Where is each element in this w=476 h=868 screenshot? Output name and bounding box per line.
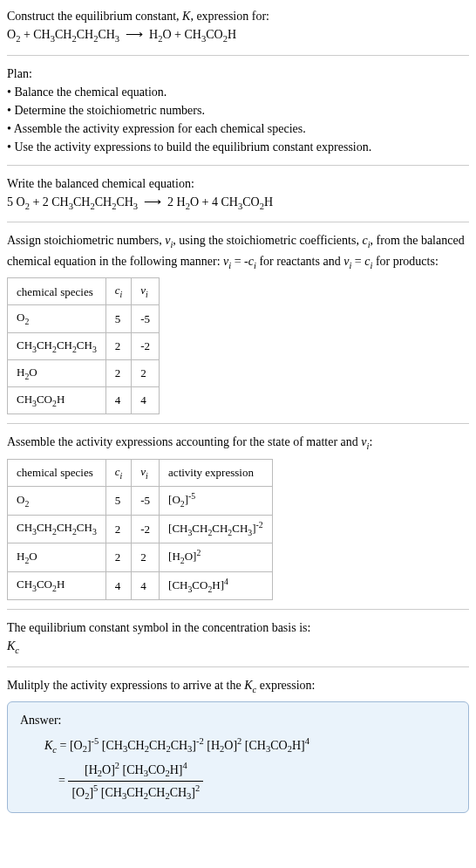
frac-denominator: [O2]5 [CH3CH2CH2CH3]2 xyxy=(68,782,203,803)
answer-box: Answer: Kc = [O2]-5 [CH3CH2CH2CH3]-2 [H2… xyxy=(7,701,469,813)
stoich-section: Assign stoichiometric numbers, νi, using… xyxy=(7,231,469,414)
col-expr: activity expression xyxy=(160,459,273,486)
unbalanced-equation: O2 + CH3CH2CH2CH3 ⟶ H2O + CH3CO2H xyxy=(7,25,469,46)
cell-c: 4 xyxy=(105,387,132,414)
col-v: νi xyxy=(132,459,160,486)
divider xyxy=(7,222,469,222)
table-row: H2O 2 2 [H2O]2 xyxy=(8,543,273,572)
cell-v: -2 xyxy=(132,515,160,543)
table-row: H2O 2 2 xyxy=(8,359,160,386)
kc-line2: Kc xyxy=(7,637,469,658)
stoich-intro: Assign stoichiometric numbers, νi, using… xyxy=(7,231,469,272)
table-header-row: chemical species ci νi xyxy=(8,278,160,305)
cell-v: 4 xyxy=(132,571,160,600)
col-species: chemical species xyxy=(8,459,106,486)
kc-symbol-section: The equilibrium constant symbol in the c… xyxy=(7,619,469,658)
question-header: Construct the equilibrium constant, K, e… xyxy=(7,7,469,46)
cell-c: 2 xyxy=(105,543,132,572)
cell-v: 2 xyxy=(132,359,160,386)
multiply-section: Mulitply the activity expressions to arr… xyxy=(7,676,469,697)
multiply-line: Mulitply the activity expressions to arr… xyxy=(7,676,469,697)
plan-section: Plan: • Balance the chemical equation. •… xyxy=(7,65,469,156)
cell-c: 5 xyxy=(105,305,132,332)
plan-item: • Balance the chemical equation. xyxy=(7,83,469,101)
cell-expr: [CH3CO2H]4 xyxy=(160,571,273,600)
cell-c: 5 xyxy=(105,487,132,516)
cell-c: 2 xyxy=(105,359,132,386)
plan-item: • Determine the stoichiometric numbers. xyxy=(7,101,469,120)
plan-item: • Assemble the activity expression for e… xyxy=(7,120,469,138)
answer-label: Answer: xyxy=(20,711,456,729)
table-row: CH3CO2H 4 4 xyxy=(8,387,160,414)
cell-expr: [O2]-5 xyxy=(160,487,273,516)
cell-species: H2O xyxy=(8,359,106,386)
cell-expr: [CH3CH2CH2CH3]-2 xyxy=(160,515,273,543)
cell-species: H2O xyxy=(8,543,106,572)
cell-v: -5 xyxy=(132,487,160,516)
balanced-section: Write the balanced chemical equation: 5 … xyxy=(7,174,469,214)
table-row: O2 5 -5 xyxy=(8,305,160,332)
divider xyxy=(7,609,469,610)
table-row: O2 5 -5 [O2]-5 xyxy=(8,487,273,516)
col-species: chemical species xyxy=(8,278,106,305)
answer-expression: Kc = [O2]-5 [CH3CH2CH2CH3]-2 [H2O]2 [CH3… xyxy=(44,735,456,756)
cell-species: CH3CO2H xyxy=(8,571,106,600)
table-row: CH3CH2CH2CH3 2 -2 xyxy=(8,332,160,359)
question-line1: Construct the equilibrium constant, K, e… xyxy=(7,7,469,25)
cell-v: 2 xyxy=(132,543,160,572)
cell-species: O2 xyxy=(8,305,106,332)
cell-v: -2 xyxy=(132,332,160,359)
cell-expr: [H2O]2 xyxy=(160,543,273,572)
table-row: CH3CO2H 4 4 [CH3CO2H]4 xyxy=(8,571,273,600)
table-header-row: chemical species ci νi activity expressi… xyxy=(8,459,273,486)
cell-v: -5 xyxy=(132,305,160,332)
activity-section: Assemble the activity expressions accoun… xyxy=(7,433,469,600)
activity-table: chemical species ci νi activity expressi… xyxy=(7,459,273,600)
divider xyxy=(7,55,469,56)
plan-item: • Use the activity expressions to build … xyxy=(7,138,469,156)
activity-intro: Assemble the activity expressions accoun… xyxy=(7,433,469,454)
answer-fraction: = [H2O]2 [CH3CO2H]4 [O2]5 [CH3CH2CH2CH3]… xyxy=(58,759,456,803)
balanced-equation: 5 O2 + 2 CH3CH2CH2CH3 ⟶ 2 H2O + 4 CH3CO2… xyxy=(7,193,469,214)
col-v: νi xyxy=(132,278,160,305)
col-c: ci xyxy=(105,459,132,486)
cell-c: 2 xyxy=(105,332,132,359)
divider xyxy=(7,666,469,667)
stoich-table: chemical species ci νi O2 5 -5 CH3CH2CH2… xyxy=(7,277,160,414)
cell-c: 2 xyxy=(105,515,132,543)
kc-line1: The equilibrium constant symbol in the c… xyxy=(7,619,469,637)
plan-title: Plan: xyxy=(7,65,469,83)
frac-numerator: [H2O]2 [CH3CO2H]4 xyxy=(68,759,203,782)
balanced-title: Write the balanced chemical equation: xyxy=(7,174,469,193)
col-c: ci xyxy=(105,278,132,305)
cell-species: CH3CH2CH2CH3 xyxy=(8,332,106,359)
divider xyxy=(7,165,469,166)
cell-c: 4 xyxy=(105,571,132,600)
divider xyxy=(7,423,469,424)
cell-species: CH3CO2H xyxy=(8,387,106,414)
cell-species: O2 xyxy=(8,487,106,516)
table-row: CH3CH2CH2CH3 2 -2 [CH3CH2CH2CH3]-2 xyxy=(8,515,273,543)
cell-species: CH3CH2CH2CH3 xyxy=(8,515,106,543)
cell-v: 4 xyxy=(132,387,160,414)
